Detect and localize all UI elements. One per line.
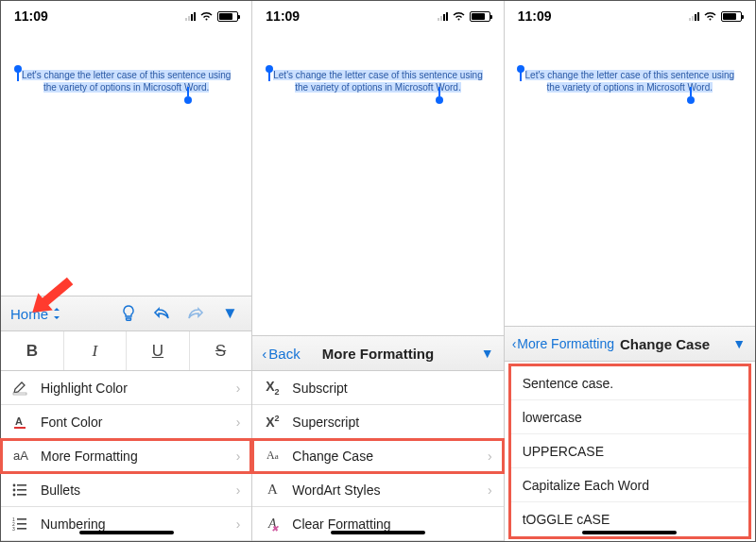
svg-rect-10 xyxy=(17,518,26,520)
wordart-icon: A xyxy=(264,482,281,498)
status-bar: 11:09 xyxy=(252,1,503,31)
back-button[interactable]: ‹ More Formatting xyxy=(512,336,614,351)
home-indicator[interactable] xyxy=(331,531,425,534)
document-area[interactable]: Let's change the letter case of this sen… xyxy=(252,31,503,335)
status-bar: 11:09 xyxy=(505,1,755,31)
wifi-icon xyxy=(703,11,717,22)
document-area[interactable]: Let's change the letter case of this sen… xyxy=(505,31,755,326)
row-font-color[interactable]: A Font Color › xyxy=(1,405,251,439)
row-label: Numbering xyxy=(41,517,105,532)
row-label: Bullets xyxy=(41,483,80,498)
selection-handle-end[interactable] xyxy=(184,96,192,104)
lightbulb-icon[interactable] xyxy=(121,305,146,322)
collapse-icon[interactable]: ▼ xyxy=(732,336,746,351)
row-change-case[interactable]: Aa Change Case › xyxy=(252,439,503,473)
three-panel-screenshot: 11:09 Let's change the letter case of th… xyxy=(0,0,756,542)
back-label: Back xyxy=(268,346,300,362)
svg-text:3: 3 xyxy=(12,526,15,531)
selected-text[interactable]: Let's change the letter case of this sen… xyxy=(269,69,487,94)
chevron-right-icon: › xyxy=(488,483,492,498)
selected-text[interactable]: Let's change the letter case of this sen… xyxy=(18,69,235,94)
home-indicator[interactable] xyxy=(79,531,174,534)
clear-formatting-icon: A xyxy=(264,517,281,532)
row-label: More Formatting xyxy=(41,449,138,464)
more-formatting-icon: aA xyxy=(12,449,29,463)
chevron-right-icon: › xyxy=(236,415,241,430)
row-superscript[interactable]: X2 Superscript xyxy=(252,405,503,439)
row-more-formatting[interactable]: aA More Formatting › xyxy=(1,439,251,473)
font-color-icon: A xyxy=(12,415,29,430)
row-label: Superscript xyxy=(292,415,359,430)
chevron-left-icon: ‹ xyxy=(262,346,266,362)
option-label: lowercase xyxy=(523,410,582,425)
panel-more-formatting: 11:09 Let's change the letter case of th… xyxy=(252,1,504,541)
option-label: Capitalize Each Word xyxy=(523,478,649,493)
subscript-icon: X2 xyxy=(264,379,281,397)
collapse-icon[interactable]: ▼ xyxy=(481,346,494,361)
battery-icon xyxy=(721,11,742,22)
highlight-icon xyxy=(12,381,29,396)
signal-icon xyxy=(185,12,196,21)
wifi-icon xyxy=(199,11,214,22)
row-clear-formatting[interactable]: A Clear Formatting xyxy=(252,507,503,541)
document-area[interactable]: Let's change the letter case of this sen… xyxy=(1,31,251,296)
svg-point-7 xyxy=(13,493,16,496)
svg-rect-2 xyxy=(14,427,26,429)
home-indicator[interactable] xyxy=(582,531,677,534)
underline-button[interactable]: U xyxy=(127,331,190,370)
wifi-icon xyxy=(452,11,466,22)
chevron-right-icon: › xyxy=(236,381,241,396)
chevron-left-icon: ‹ xyxy=(512,336,517,351)
panel-change-case: 11:09 Let's change the letter case of th… xyxy=(505,1,755,541)
option-capitalize[interactable]: Capitalize Each Word xyxy=(511,468,748,502)
undo-icon[interactable] xyxy=(153,306,178,321)
option-uppercase[interactable]: UPPERCASE xyxy=(511,434,748,468)
status-indicators xyxy=(438,11,490,22)
row-highlight-color[interactable]: Highlight Color › xyxy=(1,371,251,405)
row-label: Subscript xyxy=(292,381,347,396)
svg-rect-12 xyxy=(17,523,26,525)
numbering-icon: 123 xyxy=(12,517,29,531)
strike-button[interactable]: S xyxy=(190,331,252,370)
status-time: 11:09 xyxy=(266,8,300,24)
change-case-options: Sentence case. lowercase UPPERCASE Capit… xyxy=(508,364,751,539)
status-bar: 11:09 xyxy=(1,1,251,31)
collapse-icon[interactable]: ▼ xyxy=(217,304,242,323)
status-indicators xyxy=(689,11,742,22)
status-time: 11:09 xyxy=(518,8,552,24)
panel-title: Change Case xyxy=(620,336,710,352)
row-numbering[interactable]: 123 Numbering › xyxy=(1,507,251,541)
svg-rect-14 xyxy=(17,528,26,530)
signal-icon xyxy=(438,12,448,21)
format-strip: B I U S xyxy=(1,331,251,371)
chevron-right-icon: › xyxy=(236,449,241,464)
selected-text[interactable]: Let's change the letter case of this sen… xyxy=(521,69,738,94)
svg-text:A: A xyxy=(15,415,23,427)
italic-button[interactable]: I xyxy=(64,331,128,370)
chevron-right-icon: › xyxy=(488,449,492,464)
row-label: WordArt Styles xyxy=(292,483,380,498)
row-wordart[interactable]: A WordArt Styles › xyxy=(252,473,503,507)
back-button[interactable]: ‹ Back xyxy=(262,346,300,362)
svg-point-3 xyxy=(13,483,16,486)
row-label: Change Case xyxy=(292,449,373,464)
option-lowercase[interactable]: lowercase xyxy=(511,400,748,434)
selection-handle-end[interactable] xyxy=(436,96,443,104)
bold-button[interactable]: B xyxy=(1,331,64,370)
bullets-icon xyxy=(12,483,29,497)
status-time: 11:09 xyxy=(14,8,48,24)
superscript-icon: X2 xyxy=(264,414,281,430)
svg-rect-6 xyxy=(17,489,26,491)
selection-handle-end[interactable] xyxy=(687,96,695,104)
option-sentence-case[interactable]: Sentence case. xyxy=(511,366,748,400)
row-label: Clear Formatting xyxy=(292,517,390,532)
updown-icon xyxy=(52,308,61,319)
redo-icon[interactable] xyxy=(185,306,210,321)
svg-rect-0 xyxy=(13,393,26,395)
svg-rect-4 xyxy=(17,484,26,486)
chevron-right-icon: › xyxy=(236,517,241,532)
row-subscript[interactable]: X2 Subscript xyxy=(252,371,503,405)
row-bullets[interactable]: Bullets › xyxy=(1,473,251,507)
battery-icon xyxy=(217,11,238,22)
row-label: Font Color xyxy=(41,415,102,430)
